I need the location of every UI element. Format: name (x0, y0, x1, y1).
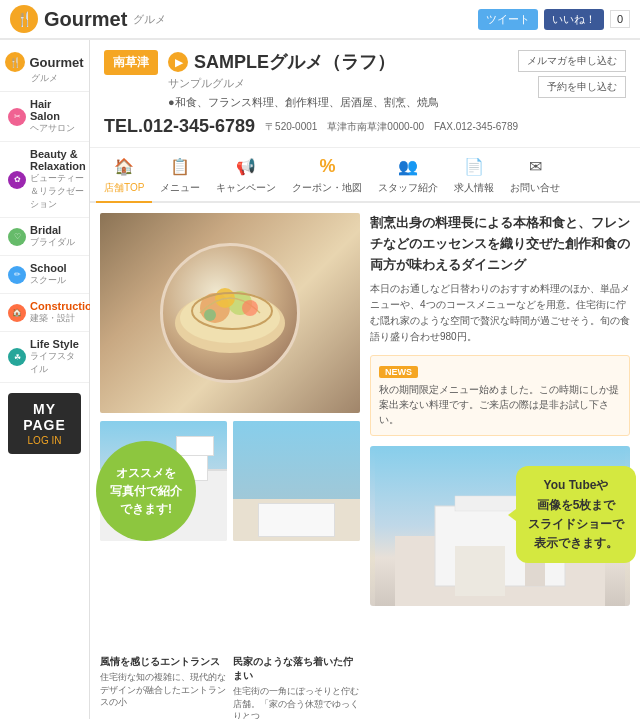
shop-tags: ●和食、フランス料理、創作料理、居酒屋、割烹、焼鳥 (168, 95, 508, 110)
bridal-icon: ♡ (8, 228, 26, 246)
nav-tab-top[interactable]: 🏠 店舗TOP (96, 148, 152, 203)
shop-name-jp: サンプルグルメ (168, 76, 508, 91)
play-icon: ▶ (168, 52, 188, 72)
sidebar-item-beauty[interactable]: ✿ Beauty & Relaxation ビューティー＆リラクゼーション (0, 142, 89, 218)
left-column: オススメを 写真付で紹介 できます! (100, 213, 360, 719)
sidebar-item-lifestyle[interactable]: ☘ Life Style ライフスタイル (0, 332, 89, 383)
content-grid: オススメを 写真付で紹介 できます! (100, 213, 630, 719)
shop-name: ▶ SAMPLEグルメ（ラフ） (168, 50, 508, 74)
nav-tab-label: メニュー (160, 181, 200, 195)
menu-icon: 📋 (168, 154, 192, 178)
mail-button[interactable]: メルマガを申し込む (518, 50, 626, 72)
nav-tab-jobs[interactable]: 📄 求人情報 (446, 148, 502, 201)
sidebar-item-label: Hair Salon (30, 98, 81, 122)
jobs-icon: 📄 (462, 154, 486, 178)
staff-icon: 👥 (396, 154, 420, 178)
construction-icon: 🏠 (8, 304, 26, 322)
shop-actions: メルマガを申し込む 予約を申し込む (518, 50, 626, 98)
content-area: 南草津 ▶ SAMPLEグルメ（ラフ） サンプルグルメ ●和食、フランス料理、創… (90, 40, 640, 719)
nav-tab-label: キャンペーン (216, 181, 276, 195)
sidebar-logo: 🍴 Gourmet グルメ (0, 46, 89, 92)
green-promo-bubble: オススメを 写真付で紹介 できます! (96, 441, 196, 541)
svg-point-7 (204, 309, 216, 321)
tweet-button[interactable]: ツイート (478, 9, 538, 30)
shop-address: 草津市南草津0000-00 (327, 120, 424, 134)
header-logo-text: Gourmet (44, 8, 127, 31)
school-icon: ✏ (8, 266, 26, 284)
slide-caption-1: 風情を感じるエントランス 住宅街な知の複雑に、現代的なデザインが融合したエントラ… (100, 651, 227, 719)
sidebar-item-label-jp: 建築・設計 (30, 312, 98, 325)
sidebar-item-hair-salon[interactable]: ✂ Hair Salon ヘアサロン (0, 92, 89, 142)
headline-desc: 本日のお通しなど日替わりのおすすめ料理のほか、単品メニューや、4つのコースメニュ… (370, 281, 630, 345)
beauty-icon: ✿ (8, 171, 26, 189)
svg-rect-13 (455, 546, 505, 596)
shop-area-badge: 南草津 (104, 50, 158, 75)
slide-caption-text-2: 民家のような落ち着いた佇まい (233, 655, 360, 683)
lifestyle-icon: ☘ (8, 348, 26, 366)
svg-point-6 (242, 300, 258, 316)
shop-header: 南草津 ▶ SAMPLEグルメ（ラフ） サンプルグルメ ●和食、フランス料理、創… (90, 40, 640, 148)
slide-desc-text-2: 住宅街の一角にぽっそりと佇む店舗。「家の合う休憩でゆっくりとつ (233, 685, 360, 719)
header-logo-sub: グルメ (133, 12, 166, 27)
shop-name-text: SAMPLEグルメ（ラフ） (194, 50, 395, 74)
headline-title: 割烹出身の料理長による本格和食と、フレンチなどのエッセンスを織り交ぜた創作和食の… (370, 213, 630, 275)
reserve-button[interactable]: 予約を申し込む (538, 76, 626, 98)
sidebar-item-label-jp: ブライダル (30, 236, 75, 249)
nav-tab-label: スタッフ紹介 (378, 181, 438, 195)
nav-tab-staff[interactable]: 👥 スタッフ紹介 (370, 148, 446, 201)
sidebar-item-label: Beauty & Relaxation (30, 148, 86, 172)
sidebar-logo-sub: グルメ (31, 72, 58, 85)
shop-nav: 🏠 店舗TOP 📋 メニュー 📢 キャンペーン % クーポン・地図 👥 スタッフ… (90, 148, 640, 203)
sidebar-logo-icon: 🍴 (5, 52, 25, 72)
shop-name-section: ▶ SAMPLEグルメ（ラフ） サンプルグルメ ●和食、フランス料理、創作料理、… (168, 50, 508, 110)
nav-tab-campaign[interactable]: 📢 キャンペーン (208, 148, 284, 201)
sidebar-item-label: Bridal (30, 224, 75, 236)
home-icon: 🏠 (112, 154, 136, 178)
sidebar-item-label-jp: ライフスタイル (30, 350, 81, 376)
green-bubble-text: オススメを 写真付で紹介 できます! (110, 464, 182, 518)
mypage-button[interactable]: MY PAGE LOG IN (8, 393, 81, 454)
news-section: NEWS 秋の期間限定メニュー始めました。この時期にしか提案出来ない料理です。ご… (370, 355, 630, 436)
sidebar-logo-text: Gourmet (29, 55, 83, 70)
headline-section: 割烹出身の料理長による本格和食と、フレンチなどのエッセンスを織り交ぜた創作和食の… (370, 213, 630, 345)
fork-knife-icon: 🍴 (16, 11, 33, 27)
sidebar-item-school[interactable]: ✏ School スクール (0, 256, 89, 294)
mypage-login-label: LOG IN (16, 435, 73, 446)
mypage-label: MY PAGE (16, 401, 73, 433)
fork-icon: 🍴 (9, 57, 21, 68)
shop-postal: 〒520-0001 (265, 120, 317, 134)
header: 🍴 Gourmet グルメ ツイート いいね！ 0 (0, 0, 640, 40)
nav-tab-label: お問い合せ (510, 181, 560, 195)
header-actions: ツイート いいね！ 0 (478, 9, 630, 30)
sidebar-item-bridal[interactable]: ♡ Bridal ブライダル (0, 218, 89, 256)
fb-count: 0 (610, 10, 630, 28)
nav-tab-label: 求人情報 (454, 181, 494, 195)
slide-caption-2: 民家のような落ち着いた佇まい 住宅街の一角にぽっそりと佇む店舗。「家の合う休憩で… (233, 651, 360, 719)
food-bowl (160, 243, 300, 383)
sidebar-item-label: School (30, 262, 67, 274)
shop-fax: FAX.012-345-6789 (434, 121, 518, 132)
slide-caption-text-1: 風情を感じるエントランス (100, 655, 227, 669)
slide-image-2 (233, 421, 360, 541)
nav-tab-menu[interactable]: 📋 メニュー (152, 148, 208, 201)
main-layout: 🍴 Gourmet グルメ ✂ Hair Salon ヘアサロン ✿ Beaut… (0, 40, 640, 719)
news-badge: NEWS (379, 366, 418, 378)
nav-tab-coupon[interactable]: % クーポン・地図 (284, 148, 370, 201)
slide-desc-text-1: 住宅街な知の複雑に、現代的なデザインが融合したエントランスの小 (100, 671, 227, 709)
nav-tab-contact[interactable]: ✉ お問い合せ (502, 148, 568, 201)
nav-tab-label: クーポン・地図 (292, 181, 362, 195)
sidebar-item-construction[interactable]: 🏠 Construction 建築・設計 (0, 294, 89, 332)
header-logo-icon: 🍴 (10, 5, 38, 33)
sidebar: 🍴 Gourmet グルメ ✂ Hair Salon ヘアサロン ✿ Beaut… (0, 40, 90, 719)
nav-tab-label: 店舗TOP (104, 181, 144, 195)
sidebar-item-label-jp: ヘアサロン (30, 122, 81, 135)
scissors-icon: ✂ (8, 108, 26, 126)
sidebar-item-label-jp: ビューティー＆リラクゼーション (30, 172, 86, 211)
youtube-bubble-text: You Tubeや 画像を5枚まで スライドショーで 表示できます。 (528, 476, 624, 553)
sidebar-item-label: Life Style (30, 338, 81, 350)
main-food-image (100, 213, 360, 413)
tel-section: TEL.012-345-6789 〒520-0001 草津市南草津0000-00… (104, 116, 626, 137)
sidebar-item-label: Construction (30, 300, 98, 312)
news-text: 秋の期間限定メニュー始めました。この時期にしか提案出来ない料理です。ご来店の際は… (379, 382, 621, 427)
facebook-button[interactable]: いいね！ (544, 9, 604, 30)
